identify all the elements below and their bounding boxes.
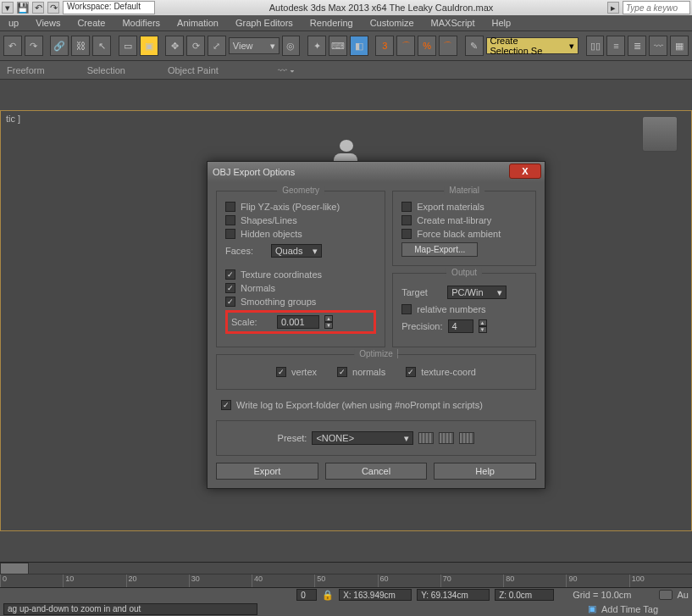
opt-tex-check[interactable]	[406, 367, 416, 377]
help-button[interactable]: Help	[434, 463, 536, 480]
titlebar: ▾ 💾 ↶ ↷ Workspace: Default Autodesk 3ds …	[0, 0, 692, 15]
undo-icon[interactable]: ↶	[32, 2, 44, 14]
ribbon-freeform[interactable]: Freeform	[7, 65, 45, 75]
redo-button[interactable]: ↷	[25, 36, 43, 56]
autokey-icon[interactable]	[659, 590, 673, 600]
y-field[interactable]: Y: 69.134cm	[417, 589, 490, 601]
link-icon[interactable]: 🔗	[50, 36, 69, 56]
flip-yz-check[interactable]	[225, 202, 235, 212]
align-icon[interactable]: ≡	[606, 36, 625, 56]
menu-grapheditors[interactable]: Graph Editors	[227, 18, 302, 28]
timetag-icon[interactable]: ▣	[588, 603, 596, 614]
select-region-icon[interactable]: ▣	[140, 36, 158, 56]
select-arrow-icon[interactable]: ↖	[92, 36, 111, 56]
ribbon-objectpaint[interactable]: Object Paint	[168, 65, 219, 75]
snap-3d-icon[interactable]: 3	[375, 36, 394, 56]
create-mat-check[interactable]	[401, 215, 412, 225]
texcoord-check[interactable]	[225, 269, 235, 280]
target-dropdown[interactable]: PC/Win▾	[447, 286, 507, 299]
export-materials-check[interactable]	[401, 202, 412, 212]
cancel-button[interactable]: Cancel	[325, 463, 428, 480]
unlink-icon[interactable]: ⛓	[71, 36, 90, 56]
force-black-label: Force black ambient	[417, 229, 501, 239]
opt-normals-check[interactable]	[337, 367, 347, 377]
layers-icon[interactable]: ≣	[628, 36, 646, 56]
menu-help[interactable]: Help	[484, 18, 520, 28]
precision-input[interactable]: 4	[448, 319, 473, 333]
lock-icon[interactable]: 🔒	[322, 590, 334, 601]
percent-snap-icon[interactable]: %	[418, 36, 436, 56]
preset-load-icon[interactable]	[418, 432, 434, 444]
precision-spinner[interactable]: ▲▼	[479, 319, 487, 333]
workspace-dropdown[interactable]: Workspace: Default	[63, 1, 155, 14]
menu-up[interactable]: up	[0, 18, 27, 28]
flip-yz-label: Flip YZ-axis (Poser-like)	[241, 202, 340, 212]
preset-save-icon[interactable]	[439, 432, 454, 444]
writelog-check[interactable]	[221, 400, 231, 410]
x-field[interactable]: X: 163.949cm	[339, 589, 412, 601]
opt-tex-label: texture-coord	[421, 367, 476, 377]
angle-snap-icon[interactable]: ⌒	[396, 36, 415, 56]
mirror-icon[interactable]: ▯▯	[586, 36, 605, 56]
menu-customize[interactable]: Customize	[362, 18, 423, 28]
select-manipulate-icon[interactable]: ✦	[307, 36, 326, 56]
shapes-check[interactable]	[225, 215, 235, 225]
edit-sel-set-icon[interactable]: ✎	[465, 36, 484, 56]
autokey-label[interactable]: Au	[678, 590, 689, 600]
scale-icon[interactable]: ⤢	[208, 36, 226, 56]
app-menu-button[interactable]: ▾	[2, 2, 14, 14]
z-field[interactable]: Z: 0.0cm	[495, 589, 554, 601]
menu-modifiers[interactable]: Modifiers	[113, 18, 169, 28]
force-black-check[interactable]	[401, 229, 412, 239]
redo-icon[interactable]: ↷	[47, 2, 59, 14]
spinner-snap-icon[interactable]: ⌒	[439, 36, 457, 56]
rotate-icon[interactable]: ⟳	[186, 36, 205, 56]
move-icon[interactable]: ✥	[165, 36, 184, 56]
search-input[interactable]	[623, 1, 690, 14]
keyboard-shortcut-icon[interactable]: ⌨	[329, 36, 347, 56]
menu-animation[interactable]: Animation	[169, 18, 227, 28]
relative-check[interactable]	[401, 304, 412, 314]
faces-dropdown[interactable]: Quads▾	[271, 244, 322, 258]
snap-toggle-icon[interactable]: ◧	[350, 36, 368, 56]
pivot-icon[interactable]: ◎	[282, 36, 301, 56]
viewcube[interactable]	[642, 116, 678, 152]
dialog-titlebar[interactable]: OBJ Export Options X	[208, 162, 545, 182]
schematic-icon[interactable]: ▦	[670, 36, 689, 56]
target-label: Target	[401, 287, 442, 297]
undo-button[interactable]: ↶	[3, 36, 22, 56]
curve-editor-icon[interactable]: 〰	[649, 36, 667, 56]
scale-input[interactable]: 0.001	[277, 315, 319, 329]
tick: 20	[126, 574, 189, 587]
timetag-label[interactable]: Add Time Tag	[601, 604, 658, 614]
save-icon[interactable]: 💾	[17, 2, 29, 14]
ribbon: Freeform Selection Object Paint 〰 ▾	[0, 61, 692, 80]
menu-create[interactable]: Create	[69, 18, 113, 28]
menu-rendering[interactable]: Rendering	[302, 18, 362, 28]
hidden-check[interactable]	[225, 229, 235, 239]
close-button[interactable]: X	[509, 164, 541, 179]
ref-coord-dropdown[interactable]: View▾	[229, 37, 280, 54]
timeline[interactable]: 0 10 20 30 40 50 60 70 80 90 100	[0, 562, 692, 587]
prompt-line[interactable]	[3, 603, 257, 615]
time-slider[interactable]	[0, 563, 29, 574]
ribbon-selection[interactable]: Selection	[87, 65, 125, 75]
tick: 70	[440, 574, 503, 587]
menu-maxscript[interactable]: MAXScript	[423, 18, 484, 28]
preset-dropdown[interactable]: <NONE>▾	[312, 431, 413, 445]
opt-vertex-check[interactable]	[276, 367, 286, 377]
export-button[interactable]: Export	[216, 463, 318, 480]
scale-label: Scale:	[231, 317, 272, 327]
menu-views[interactable]: Views	[27, 18, 69, 28]
map-export-button[interactable]: Map-Export...	[401, 242, 478, 257]
normals-check[interactable]	[225, 283, 235, 293]
select-rect-icon[interactable]: ▭	[119, 36, 137, 56]
scale-spinner[interactable]: ▲▼	[324, 315, 333, 329]
tb-chevron-icon[interactable]: ▸	[607, 2, 619, 14]
smoothgroups-check[interactable]	[225, 297, 235, 307]
frame-field[interactable]: 0	[296, 589, 317, 601]
selection-set-dropdown[interactable]: Create Selection Se▾	[486, 37, 579, 54]
brush-icon[interactable]: 〰 ▾	[278, 65, 295, 75]
preset-del-icon[interactable]	[459, 432, 474, 444]
time-ticks: 0 10 20 30 40 50 60 70 80 90 100	[0, 574, 692, 587]
